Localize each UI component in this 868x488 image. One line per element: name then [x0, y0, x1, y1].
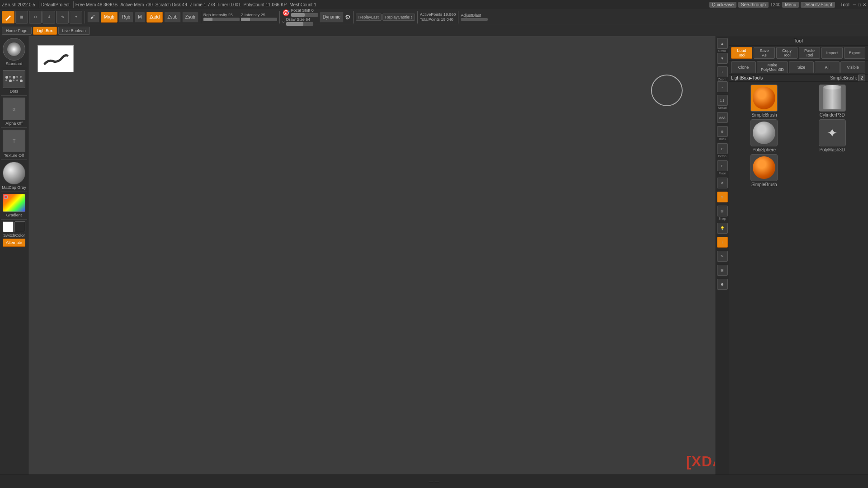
- switch-color-label: SwitchColor: [3, 233, 25, 238]
- scale-button[interactable]: ⟲: [56, 11, 69, 23]
- scroll-label: Scroll: [718, 49, 726, 52]
- main-toolbar: ▦ ⊙ ↺ ⟲ ✦ 🖌 Mrgb Rgb M Zadd Zsub Zsub Rg…: [0, 9, 868, 25]
- dynamic-label: Dynamic: [323, 14, 340, 19]
- alpha-box[interactable]: α: [3, 98, 25, 120]
- zadd-label: Zadd: [150, 14, 160, 19]
- defaultzscript-button[interactable]: DefaultZScript: [801, 2, 835, 8]
- scroll-down-button[interactable]: ▼: [717, 53, 728, 64]
- live-boolean-button[interactable]: Live Boolean: [58, 27, 90, 35]
- dynamic-button[interactable]: Dynamic: [320, 12, 344, 23]
- primary-color-swatch[interactable]: [3, 221, 14, 232]
- scul-button[interactable]: ⊙: [29, 11, 42, 23]
- zadd-button[interactable]: Zadd: [146, 12, 163, 23]
- zsub-button[interactable]: Zsub: [164, 12, 180, 23]
- export-button[interactable]: Export: [844, 47, 865, 59]
- scroll-group: ▲ Scroll ▼: [717, 38, 728, 64]
- size-button[interactable]: Size: [789, 61, 814, 73]
- persp-button[interactable]: P: [717, 143, 728, 154]
- tool-item-simplebrush[interactable]: SimpleBrush: [731, 84, 797, 117]
- texture-box[interactable]: T: [3, 130, 25, 152]
- panel-div-1: [1, 68, 27, 68]
- zoom-group: + Zoom -: [717, 66, 728, 92]
- snap-button[interactable]: ⊞: [717, 206, 728, 216]
- visible-button[interactable]: Visible: [840, 61, 865, 73]
- all-button[interactable]: All: [815, 61, 840, 73]
- mrgb-button[interactable]: Mrgb: [101, 12, 118, 23]
- replay-castle-button[interactable]: ReplayCastleR: [382, 14, 415, 21]
- tool-grid: SimpleBrush CylinderP3D PolySphere ✦ Pol…: [728, 82, 868, 190]
- replay-last-button[interactable]: ReplayLast: [356, 14, 382, 21]
- floor-button[interactable]: F: [717, 160, 728, 171]
- matcap-preview[interactable]: [3, 162, 25, 184]
- scroll-up-button[interactable]: ▲: [717, 38, 728, 49]
- actual-group: 1:1 Actual: [717, 95, 728, 109]
- lightbox-tools-label[interactable]: LightBox▶Tools: [731, 75, 763, 80]
- tool-buttons-row: Load Tool Save As Copy Tool Paste Tool I…: [728, 46, 868, 61]
- info-button[interactable]: i: [717, 237, 728, 248]
- focal-shift-slider[interactable]: [291, 13, 318, 17]
- draw-size-slider[interactable]: [286, 22, 313, 26]
- snap-label: Snap: [718, 217, 726, 220]
- z-intensity-label: Z Intensity 25: [241, 13, 265, 17]
- polysphere-icon: [753, 122, 775, 144]
- standard-brush-preview[interactable]: [3, 38, 25, 61]
- clone-button[interactable]: Clone: [731, 61, 756, 73]
- copy-tool-button[interactable]: Copy Tool: [776, 47, 797, 59]
- rotate2-button[interactable]: ↺: [717, 178, 728, 188]
- minimize-icon[interactable]: ─: [853, 2, 856, 7]
- poly-button[interactable]: ▦: [15, 11, 28, 23]
- record-button[interactable]: ⏺: [717, 279, 728, 290]
- aaa-button[interactable]: AAA: [717, 112, 728, 123]
- adjust-blast-slider[interactable]: [461, 18, 488, 21]
- move-button[interactable]: ✦: [70, 11, 82, 23]
- close-icon[interactable]: ✕: [863, 2, 866, 7]
- alternate-button[interactable]: Alternate: [3, 239, 25, 247]
- quicksave-button[interactable]: QuickSave: [709, 2, 736, 8]
- gradient-preview[interactable]: [3, 194, 25, 212]
- paste-tool-button[interactable]: Paste Tool: [799, 47, 820, 59]
- dot-8: [13, 80, 14, 81]
- brush-selector[interactable]: 🖌: [87, 12, 99, 23]
- maximize-icon[interactable]: □: [858, 2, 861, 7]
- track-button[interactable]: ⊕: [717, 126, 728, 137]
- grid-button[interactable]: ⊞: [717, 265, 728, 276]
- select-button[interactable]: S: [717, 192, 728, 202]
- load-tool-button[interactable]: Load Tool: [731, 47, 752, 59]
- dots-brush-preview[interactable]: [3, 70, 25, 88]
- toolbar-sep-2: [201, 11, 201, 23]
- import-button[interactable]: Import: [821, 47, 843, 59]
- zoom-in-button[interactable]: +: [717, 66, 728, 77]
- tool-item-simplebrush2[interactable]: SimpleBrush: [731, 154, 797, 187]
- right-narrow-panel: ▲ Scroll ▼ + Zoom - 1:1 Actual AAA ⊕ Tra…: [715, 36, 729, 474]
- m-button[interactable]: M: [135, 12, 145, 23]
- tool-item-polysphere[interactable]: PolySphere: [731, 119, 797, 152]
- rgb-intensity-slider[interactable]: [203, 18, 240, 21]
- tool-item-polymesh3d[interactable]: ✦ PolyMash3D: [799, 119, 866, 152]
- cylinder-icon: [823, 87, 841, 109]
- home-page-button[interactable]: Home Page: [2, 27, 32, 35]
- secondary-color-swatch[interactable]: [14, 221, 25, 232]
- alternate-label: Alternate: [6, 240, 22, 245]
- make-polymesh-button[interactable]: Make PolyMesh3D: [757, 61, 788, 73]
- scratch-disk-info: Scratch Disk 49: [156, 2, 187, 7]
- z-intensity-slider[interactable]: [241, 18, 277, 21]
- light-button[interactable]: 💡: [717, 223, 728, 234]
- rotate-button[interactable]: ↺: [42, 11, 55, 23]
- draw-button[interactable]: [2, 11, 14, 23]
- actual-button[interactable]: 1:1: [717, 95, 728, 106]
- save-as-button[interactable]: Save As: [754, 47, 775, 59]
- panel-div-3: [1, 127, 27, 128]
- tool-item-cylinder3d[interactable]: CylinderP3D: [799, 84, 866, 117]
- seethrough-button[interactable]: See-through: [738, 2, 769, 8]
- zoom-out-button[interactable]: -: [717, 81, 728, 92]
- floor-label: Floor: [719, 172, 726, 175]
- polymesh3d-icon-box: ✦: [819, 119, 846, 146]
- lightbox-button[interactable]: LightBox: [33, 27, 57, 35]
- rgb-button[interactable]: Rgb: [119, 12, 133, 23]
- menu-button[interactable]: Menu: [782, 2, 799, 8]
- edit-narrow-button[interactable]: ✎: [717, 251, 728, 262]
- canvas-area[interactable]: [28, 36, 728, 474]
- simplebrush-count-value[interactable]: 2: [858, 75, 865, 81]
- grid-group: ⊞: [717, 265, 728, 276]
- zsub2-button[interactable]: Zsub: [182, 12, 198, 23]
